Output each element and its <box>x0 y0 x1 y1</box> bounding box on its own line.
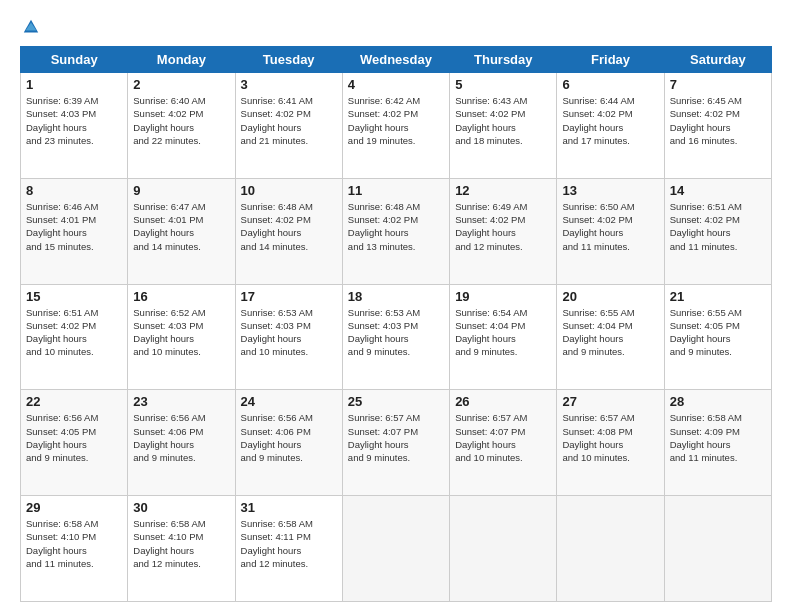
calendar-day-cell: 7 Sunrise: 6:45 AM Sunset: 4:02 PM Dayli… <box>664 73 771 179</box>
calendar-day-header: Monday <box>128 47 235 73</box>
calendar-day-cell: 22 Sunrise: 6:56 AM Sunset: 4:05 PM Dayl… <box>21 390 128 496</box>
day-number: 10 <box>241 183 337 198</box>
day-number: 24 <box>241 394 337 409</box>
calendar-day-cell: 17 Sunrise: 6:53 AM Sunset: 4:03 PM Dayl… <box>235 284 342 390</box>
day-info: Sunrise: 6:58 AM Sunset: 4:10 PM Dayligh… <box>26 517 122 570</box>
calendar-day-cell: 18 Sunrise: 6:53 AM Sunset: 4:03 PM Dayl… <box>342 284 449 390</box>
day-number: 18 <box>348 289 444 304</box>
day-info: Sunrise: 6:56 AM Sunset: 4:05 PM Dayligh… <box>26 411 122 464</box>
calendar-day-cell: 15 Sunrise: 6:51 AM Sunset: 4:02 PM Dayl… <box>21 284 128 390</box>
day-info: Sunrise: 6:54 AM Sunset: 4:04 PM Dayligh… <box>455 306 551 359</box>
calendar-day-cell: 16 Sunrise: 6:52 AM Sunset: 4:03 PM Dayl… <box>128 284 235 390</box>
logo-icon <box>22 18 40 36</box>
day-number: 7 <box>670 77 766 92</box>
day-number: 6 <box>562 77 658 92</box>
day-info: Sunrise: 6:44 AM Sunset: 4:02 PM Dayligh… <box>562 94 658 147</box>
day-info: Sunrise: 6:57 AM Sunset: 4:07 PM Dayligh… <box>348 411 444 464</box>
day-number: 27 <box>562 394 658 409</box>
day-info: Sunrise: 6:51 AM Sunset: 4:02 PM Dayligh… <box>26 306 122 359</box>
calendar-day-cell: 5 Sunrise: 6:43 AM Sunset: 4:02 PM Dayli… <box>450 73 557 179</box>
day-info: Sunrise: 6:49 AM Sunset: 4:02 PM Dayligh… <box>455 200 551 253</box>
day-number: 28 <box>670 394 766 409</box>
day-info: Sunrise: 6:53 AM Sunset: 4:03 PM Dayligh… <box>348 306 444 359</box>
calendar-week-row: 22 Sunrise: 6:56 AM Sunset: 4:05 PM Dayl… <box>21 390 772 496</box>
day-info: Sunrise: 6:57 AM Sunset: 4:07 PM Dayligh… <box>455 411 551 464</box>
calendar-day-cell: 11 Sunrise: 6:48 AM Sunset: 4:02 PM Dayl… <box>342 178 449 284</box>
day-info: Sunrise: 6:46 AM Sunset: 4:01 PM Dayligh… <box>26 200 122 253</box>
logo <box>20 18 40 36</box>
day-info: Sunrise: 6:56 AM Sunset: 4:06 PM Dayligh… <box>241 411 337 464</box>
calendar-day-cell: 12 Sunrise: 6:49 AM Sunset: 4:02 PM Dayl… <box>450 178 557 284</box>
day-number: 15 <box>26 289 122 304</box>
day-number: 25 <box>348 394 444 409</box>
day-number: 1 <box>26 77 122 92</box>
calendar-day-header: Wednesday <box>342 47 449 73</box>
calendar-day-header: Sunday <box>21 47 128 73</box>
day-info: Sunrise: 6:58 AM Sunset: 4:09 PM Dayligh… <box>670 411 766 464</box>
calendar-day-cell <box>450 496 557 602</box>
day-number: 14 <box>670 183 766 198</box>
calendar-day-cell <box>342 496 449 602</box>
calendar-day-cell: 28 Sunrise: 6:58 AM Sunset: 4:09 PM Dayl… <box>664 390 771 496</box>
day-info: Sunrise: 6:45 AM Sunset: 4:02 PM Dayligh… <box>670 94 766 147</box>
calendar-day-cell: 26 Sunrise: 6:57 AM Sunset: 4:07 PM Dayl… <box>450 390 557 496</box>
day-number: 3 <box>241 77 337 92</box>
calendar-day-cell: 25 Sunrise: 6:57 AM Sunset: 4:07 PM Dayl… <box>342 390 449 496</box>
calendar-day-header: Thursday <box>450 47 557 73</box>
calendar-day-cell: 21 Sunrise: 6:55 AM Sunset: 4:05 PM Dayl… <box>664 284 771 390</box>
day-info: Sunrise: 6:52 AM Sunset: 4:03 PM Dayligh… <box>133 306 229 359</box>
calendar-day-cell: 8 Sunrise: 6:46 AM Sunset: 4:01 PM Dayli… <box>21 178 128 284</box>
calendar-day-cell: 10 Sunrise: 6:48 AM Sunset: 4:02 PM Dayl… <box>235 178 342 284</box>
day-number: 26 <box>455 394 551 409</box>
calendar-day-cell: 13 Sunrise: 6:50 AM Sunset: 4:02 PM Dayl… <box>557 178 664 284</box>
day-info: Sunrise: 6:55 AM Sunset: 4:05 PM Dayligh… <box>670 306 766 359</box>
day-info: Sunrise: 6:58 AM Sunset: 4:10 PM Dayligh… <box>133 517 229 570</box>
day-number: 22 <box>26 394 122 409</box>
calendar-day-cell: 14 Sunrise: 6:51 AM Sunset: 4:02 PM Dayl… <box>664 178 771 284</box>
day-info: Sunrise: 6:47 AM Sunset: 4:01 PM Dayligh… <box>133 200 229 253</box>
day-info: Sunrise: 6:50 AM Sunset: 4:02 PM Dayligh… <box>562 200 658 253</box>
calendar-day-cell: 20 Sunrise: 6:55 AM Sunset: 4:04 PM Dayl… <box>557 284 664 390</box>
day-info: Sunrise: 6:51 AM Sunset: 4:02 PM Dayligh… <box>670 200 766 253</box>
day-number: 30 <box>133 500 229 515</box>
day-number: 9 <box>133 183 229 198</box>
day-number: 4 <box>348 77 444 92</box>
day-number: 12 <box>455 183 551 198</box>
day-info: Sunrise: 6:39 AM Sunset: 4:03 PM Dayligh… <box>26 94 122 147</box>
day-info: Sunrise: 6:42 AM Sunset: 4:02 PM Dayligh… <box>348 94 444 147</box>
day-number: 8 <box>26 183 122 198</box>
day-info: Sunrise: 6:53 AM Sunset: 4:03 PM Dayligh… <box>241 306 337 359</box>
day-number: 19 <box>455 289 551 304</box>
day-info: Sunrise: 6:48 AM Sunset: 4:02 PM Dayligh… <box>348 200 444 253</box>
day-info: Sunrise: 6:43 AM Sunset: 4:02 PM Dayligh… <box>455 94 551 147</box>
day-number: 13 <box>562 183 658 198</box>
day-info: Sunrise: 6:40 AM Sunset: 4:02 PM Dayligh… <box>133 94 229 147</box>
day-number: 2 <box>133 77 229 92</box>
calendar-week-row: 8 Sunrise: 6:46 AM Sunset: 4:01 PM Dayli… <box>21 178 772 284</box>
calendar-day-cell: 24 Sunrise: 6:56 AM Sunset: 4:06 PM Dayl… <box>235 390 342 496</box>
calendar-table: SundayMondayTuesdayWednesdayThursdayFrid… <box>20 46 772 602</box>
calendar-day-header: Friday <box>557 47 664 73</box>
calendar-day-cell: 1 Sunrise: 6:39 AM Sunset: 4:03 PM Dayli… <box>21 73 128 179</box>
calendar-week-row: 15 Sunrise: 6:51 AM Sunset: 4:02 PM Dayl… <box>21 284 772 390</box>
calendar-day-cell: 2 Sunrise: 6:40 AM Sunset: 4:02 PM Dayli… <box>128 73 235 179</box>
calendar-day-cell <box>557 496 664 602</box>
calendar-day-cell: 31 Sunrise: 6:58 AM Sunset: 4:11 PM Dayl… <box>235 496 342 602</box>
calendar-day-cell <box>664 496 771 602</box>
calendar-day-header: Saturday <box>664 47 771 73</box>
day-info: Sunrise: 6:58 AM Sunset: 4:11 PM Dayligh… <box>241 517 337 570</box>
calendar-week-row: 29 Sunrise: 6:58 AM Sunset: 4:10 PM Dayl… <box>21 496 772 602</box>
day-info: Sunrise: 6:48 AM Sunset: 4:02 PM Dayligh… <box>241 200 337 253</box>
page: SundayMondayTuesdayWednesdayThursdayFrid… <box>0 0 792 612</box>
day-info: Sunrise: 6:55 AM Sunset: 4:04 PM Dayligh… <box>562 306 658 359</box>
day-number: 23 <box>133 394 229 409</box>
calendar-header-row: SundayMondayTuesdayWednesdayThursdayFrid… <box>21 47 772 73</box>
header <box>20 18 772 36</box>
calendar-day-cell: 9 Sunrise: 6:47 AM Sunset: 4:01 PM Dayli… <box>128 178 235 284</box>
day-number: 31 <box>241 500 337 515</box>
day-number: 16 <box>133 289 229 304</box>
calendar-day-cell: 27 Sunrise: 6:57 AM Sunset: 4:08 PM Dayl… <box>557 390 664 496</box>
day-info: Sunrise: 6:57 AM Sunset: 4:08 PM Dayligh… <box>562 411 658 464</box>
calendar-week-row: 1 Sunrise: 6:39 AM Sunset: 4:03 PM Dayli… <box>21 73 772 179</box>
day-number: 5 <box>455 77 551 92</box>
